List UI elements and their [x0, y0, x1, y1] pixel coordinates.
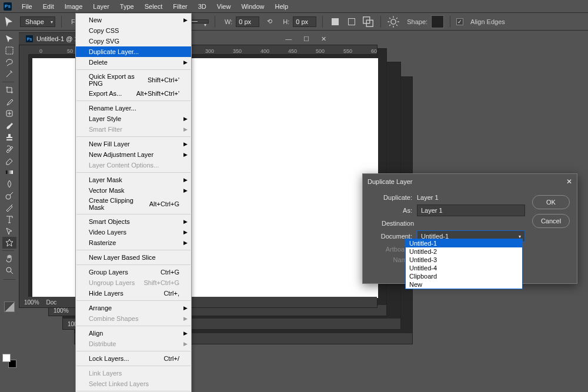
tool-eraser[interactable]: [2, 155, 16, 166]
tool-healing[interactable]: [2, 108, 16, 119]
menu-select[interactable]: Select: [139, 1, 168, 12]
dialog-titlebar[interactable]: Duplicate Layer ✕: [363, 174, 577, 189]
tool-crop[interactable]: [2, 84, 16, 96]
menu-item-export-as[interactable]: Export As...Alt+Shift+Ctrl+': [76, 88, 191, 99]
tool-history-brush[interactable]: [2, 143, 16, 155]
align-edges-label: Align Edges: [470, 18, 505, 25]
menu-window[interactable]: Window: [236, 1, 269, 12]
menu-3d[interactable]: 3D: [193, 1, 212, 12]
combo-option[interactable]: Untitled-2: [406, 247, 522, 256]
custom-shape-thumb[interactable]: [431, 15, 444, 28]
tool-zoom[interactable]: [2, 264, 16, 276]
tool-move[interactable]: [2, 33, 16, 45]
menu-item-copy-svg[interactable]: Copy SVG: [76, 36, 191, 46]
menu-item-new-fill-layer[interactable]: New Fill Layer▶: [76, 139, 191, 149]
color-swatches[interactable]: [2, 354, 16, 368]
quick-mask-icon[interactable]: [4, 301, 15, 312]
combo-option[interactable]: New: [406, 280, 522, 289]
path-ops-icon[interactable]: [329, 15, 342, 28]
menu-item-group-layers[interactable]: Group LayersCtrl+G: [76, 267, 191, 277]
menu-item-duplicate-layer[interactable]: Duplicate Layer...: [76, 46, 191, 57]
layer-menu: New▶Copy CSSCopy SVGDuplicate Layer...De…: [75, 13, 192, 392]
menu-item-create-clipping-mask[interactable]: Create Clipping MaskAlt+Ctrl+G: [76, 196, 191, 212]
combo-option[interactable]: Untitled-4: [406, 264, 522, 272]
close-icon[interactable]: ✕: [566, 177, 572, 186]
tool-pen[interactable]: [2, 202, 16, 213]
tool-wand[interactable]: [2, 68, 16, 80]
shape-mode-select[interactable]: Shape▾: [20, 16, 55, 27]
tool-lasso[interactable]: [2, 56, 16, 68]
ruler-tick: 0: [39, 48, 42, 54]
tool-brush[interactable]: [2, 119, 16, 131]
menu-item-link-layers: Link Layers: [76, 368, 191, 378]
menu-item-layer-mask[interactable]: Layer Mask▶: [76, 175, 191, 185]
width-input[interactable]: 0 px: [236, 16, 259, 27]
menu-item-video-layers[interactable]: Video Layers▶: [76, 227, 191, 237]
ok-button[interactable]: OK: [532, 195, 570, 209]
window-maximize-icon[interactable]: ☐: [298, 33, 315, 45]
menu-edit[interactable]: Edit: [38, 1, 59, 12]
menu-item-new-layer-based-slice[interactable]: New Layer Based Slice: [76, 252, 191, 263]
combo-option[interactable]: Untitled-3: [406, 256, 522, 264]
tool-eyedropper[interactable]: [2, 96, 16, 108]
tools-panel: [0, 31, 19, 314]
w-label: W:: [225, 18, 232, 25]
menu-item-rasterize[interactable]: Rasterize▶: [76, 237, 191, 248]
tool-marquee[interactable]: [2, 45, 16, 56]
ruler-tick: 300: [205, 48, 214, 54]
menu-image[interactable]: Image: [59, 1, 88, 12]
tool-blur[interactable]: [2, 178, 16, 190]
menu-item-combine-shapes: Combine Shapes▶: [76, 313, 191, 324]
height-input[interactable]: 0 px: [293, 16, 316, 27]
zoom-value[interactable]: 100%: [24, 299, 39, 306]
as-input[interactable]: Layer 1: [417, 205, 525, 216]
align-edges-checkbox[interactable]: ✓: [456, 18, 463, 25]
path-arrange-icon[interactable]: [362, 15, 375, 28]
menubar: Ps FileEditImageLayerTypeSelectFilter3DV…: [0, 0, 588, 13]
menu-item-layer-style[interactable]: Layer Style▶: [76, 113, 191, 124]
tool-dodge[interactable]: [2, 190, 16, 202]
menu-layer[interactable]: Layer: [88, 1, 115, 12]
menu-item-smart-objects[interactable]: Smart Objects▶: [76, 216, 191, 227]
menu-item-layer-content-options: Layer Content Options...: [76, 160, 191, 170]
menu-item-arrange[interactable]: Arrange▶: [76, 303, 191, 313]
menu-item-quick-export-as-png[interactable]: Quick Export as PNGShift+Ctrl+': [76, 72, 191, 88]
gear-icon[interactable]: [387, 15, 400, 28]
menu-item-lock-layers[interactable]: Lock Layers...Ctrl+/: [76, 353, 191, 364]
ruler-tick: 600: [371, 48, 377, 54]
menu-item-vector-mask[interactable]: Vector Mask▶: [76, 185, 191, 196]
combo-option[interactable]: Untitled-1: [406, 239, 522, 247]
duplicate-value: Layer 1: [417, 194, 439, 201]
menu-item-delete[interactable]: Delete▶: [76, 57, 191, 68]
menu-item-new-adjustment-layer[interactable]: New Adjustment Layer▶: [76, 149, 191, 160]
document-combo-list: Untitled-1Untitled-2Untitled-3Untitled-4…: [405, 239, 523, 289]
menu-type[interactable]: Type: [115, 1, 139, 12]
ruler-tick: 350: [233, 48, 242, 54]
menu-help[interactable]: Help: [270, 1, 294, 12]
tool-shape[interactable]: [2, 237, 16, 249]
ruler-tick: 500: [316, 48, 325, 54]
menu-item-rename-layer[interactable]: Rename Layer...: [76, 103, 191, 113]
path-align-icon[interactable]: [345, 15, 358, 28]
tool-preset-icon[interactable]: [4, 15, 16, 28]
menu-item-new[interactable]: New▶: [76, 15, 191, 25]
cancel-button[interactable]: Cancel: [532, 214, 570, 228]
combo-option[interactable]: Clipboard: [406, 272, 522, 280]
window-minimize-icon[interactable]: —: [280, 33, 297, 45]
menu-filter[interactable]: Filter: [168, 1, 192, 12]
menu-file[interactable]: File: [16, 1, 38, 12]
tool-gradient[interactable]: [2, 166, 16, 178]
menu-view[interactable]: View: [212, 1, 236, 12]
tool-path-select[interactable]: [2, 225, 16, 237]
window-close-icon[interactable]: ✕: [316, 33, 332, 45]
ruler-vertical: [19, 55, 29, 297]
foreground-swatch[interactable]: [2, 354, 11, 362]
menu-item-align[interactable]: Align▶: [76, 328, 191, 339]
destination-section: Destination: [382, 220, 525, 227]
menu-item-hide-layers[interactable]: Hide LayersCtrl+,: [76, 288, 191, 299]
tool-hand[interactable]: [2, 253, 16, 264]
tool-stamp[interactable]: [2, 131, 16, 143]
menu-item-copy-css[interactable]: Copy CSS: [76, 25, 191, 36]
tool-type[interactable]: [2, 213, 16, 225]
link-wh-icon[interactable]: ⟲: [263, 15, 276, 28]
